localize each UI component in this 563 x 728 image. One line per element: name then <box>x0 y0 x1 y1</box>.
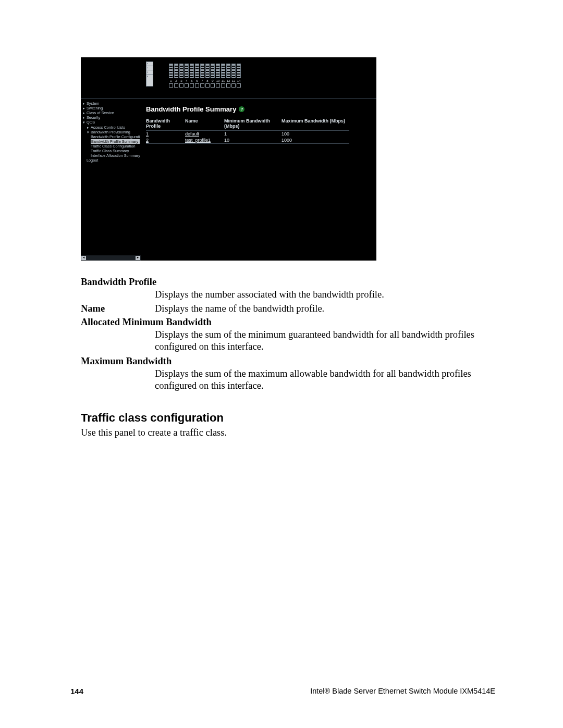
bandwidth-profile-table: Bandwidth Profile Name Minimum Bandwidth… <box>146 118 371 144</box>
scroll-right-button[interactable]: ► <box>136 256 140 260</box>
nav-item-traffic-class-configuration[interactable]: Traffic Class Configuration <box>82 144 140 149</box>
col-header-bandwidth-profile: Bandwidth Profile <box>146 118 185 131</box>
field-definition: Displays the number associated with the … <box>81 289 495 301</box>
col-header-max-bandwidth: Maximum Bandwidth (Mbps) <box>282 118 349 131</box>
port-12: 12 <box>226 64 230 88</box>
field-definition: Displays the sum of the minimum guarante… <box>81 329 495 353</box>
field-term: Maximum Bandwidth <box>81 355 495 368</box>
table-cell-min: 1 <box>224 131 282 137</box>
field-definition: Displays the name of the bandwidth profi… <box>155 303 495 315</box>
port-10: 10 <box>216 64 220 88</box>
table-cell-name[interactable]: test_profile1 <box>185 137 224 144</box>
port-8: 8 <box>205 64 210 88</box>
switch-module-icon: ▪▪▪▪ <box>146 61 153 87</box>
col-header-name: Name <box>185 118 224 131</box>
nav-item-logout[interactable]: Logout <box>82 158 140 163</box>
triangle-right-icon: ▸ <box>82 101 85 106</box>
nav-item-security[interactable]: ▸Security <box>82 115 140 120</box>
port-3: 3 <box>179 64 183 88</box>
port-4: 4 <box>185 64 189 88</box>
port-row: 1 2 3 4 5 6 7 8 9 10 11 12 13 14 <box>169 64 241 88</box>
nav-tree: ▸System ▸Switching ▸Class of Service ▸Se… <box>81 99 141 261</box>
device-port-diagram: ▪▪▪▪ 1 2 3 4 5 6 7 8 9 10 11 <box>81 57 376 99</box>
nav-item-bandwidth-profile-summary[interactable]: Bandwidth Profile Summary <box>82 139 140 144</box>
port-5: 5 <box>190 64 194 88</box>
nav-item-class-of-service[interactable]: ▸Class of Service <box>82 110 140 115</box>
port-2: 2 <box>174 64 178 88</box>
triangle-right-icon: ▸ <box>82 106 85 110</box>
nav-item-bandwidth-provisioning[interactable]: ▾Bandwidth Provisioning <box>82 130 140 134</box>
port-9: 9 <box>211 64 215 88</box>
field-name: Name Displays the name of the bandwidth … <box>81 303 495 315</box>
port-6: 6 <box>195 64 199 88</box>
scroll-left-button[interactable]: ◄ <box>81 256 86 260</box>
port-1: 1 <box>169 64 173 88</box>
nav-item-system[interactable]: ▸System <box>82 101 140 106</box>
nav-item-qos[interactable]: ▾QOS <box>82 120 140 125</box>
panel-title: Bandwidth Profile Summary ? <box>146 105 371 113</box>
nav-item-bandwidth-profile-configuration[interactable]: Bandwidth Profile Configuration <box>82 134 140 139</box>
table-cell-min: 10 <box>224 137 282 144</box>
triangle-left-icon: ◄ <box>82 256 85 260</box>
table-cell-profile[interactable]: 2 <box>146 137 185 144</box>
field-bandwidth-profile: Bandwidth Profile Displays the number as… <box>81 276 495 301</box>
field-term: Name <box>81 303 155 315</box>
panel-title-text: Bandwidth Profile Summary <box>146 105 236 113</box>
section-body: Use this panel to create a traffic class… <box>81 427 495 439</box>
triangle-right-icon: ▸ <box>87 125 90 130</box>
nav-item-traffic-class-summary[interactable]: Traffic Class Summary <box>82 149 140 153</box>
col-header-min-bandwidth: Minimum Bandwidth (Mbps) <box>224 118 282 131</box>
table-cell-max: 100 <box>282 131 349 137</box>
page-footer: 144 Intel® Blade Server Ethernet Switch … <box>70 687 495 696</box>
triangle-right-icon: ▸ <box>82 110 85 115</box>
field-maximum-bandwidth: Maximum Bandwidth Displays the sum of th… <box>81 355 495 392</box>
nav-item-access-control-lists[interactable]: ▸Access Control Lists <box>82 125 140 130</box>
nav-horizontal-scrollbar[interactable]: ◄ ► <box>81 255 141 261</box>
page-number: 144 <box>70 687 83 696</box>
nav-item-interface-allocation-summary[interactable]: Interface Allocation Summary <box>82 153 140 158</box>
field-definitions: Bandwidth Profile Displays the number as… <box>81 276 495 392</box>
section-heading-traffic-class-configuration: Traffic class configuration <box>81 411 495 425</box>
triangle-down-icon: ▾ <box>87 130 90 134</box>
field-term: Allocated Minimum Bandwidth <box>81 316 495 329</box>
field-allocated-minimum-bandwidth: Allocated Minimum Bandwidth Displays the… <box>81 316 495 353</box>
port-11: 11 <box>221 64 225 88</box>
triangle-down-icon: ▾ <box>82 120 85 125</box>
content-panel: Bandwidth Profile Summary ? Bandwidth Pr… <box>141 99 376 261</box>
port-7: 7 <box>200 64 204 88</box>
table-cell-profile[interactable]: 1 <box>146 131 185 137</box>
field-definition: Displays the sum of the maximum allowabl… <box>81 368 495 392</box>
table-cell-max: 1000 <box>282 137 349 144</box>
footer-text: Intel® Blade Server Ethernet Switch Modu… <box>310 687 495 696</box>
nav-item-switching[interactable]: ▸Switching <box>82 106 140 110</box>
port-13: 13 <box>231 64 236 88</box>
table-cell-name[interactable]: default <box>185 131 224 137</box>
help-icon[interactable]: ? <box>239 106 244 112</box>
port-14: 14 <box>237 64 241 88</box>
field-term: Bandwidth Profile <box>81 276 495 289</box>
triangle-right-icon: ▸ <box>82 115 85 120</box>
embedded-ui-screenshot: ▪▪▪▪ 1 2 3 4 5 6 7 8 9 10 11 <box>81 57 376 261</box>
triangle-right-icon: ► <box>137 256 140 260</box>
